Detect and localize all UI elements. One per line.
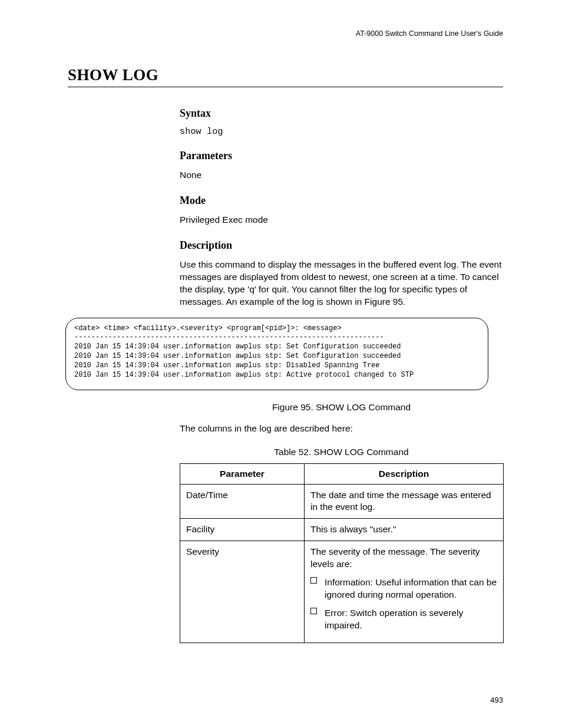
cell-param: Facility	[180, 519, 305, 541]
severity-bullet-text: Error: Switch operation is severely impa…	[325, 608, 463, 630]
mode-body: Privileged Exec mode	[180, 214, 503, 226]
table-header-parameter: Parameter	[180, 463, 305, 484]
parameters-body: None	[180, 169, 503, 182]
cell-desc: This is always "user."	[305, 519, 504, 541]
code-example: <date> <time> <facility>.<severity> <pro…	[74, 324, 480, 380]
page-number: 493	[490, 696, 503, 704]
cell-desc: The severity of the message. The severit…	[305, 541, 504, 643]
section-head-description: Description	[180, 239, 503, 252]
columns-intro: The columns in the log are described her…	[180, 423, 503, 434]
severity-bullet-text: Information: Useful information that can…	[325, 577, 497, 599]
table-caption: Table 52. SHOW LOG Command	[180, 447, 503, 457]
cell-param: Severity	[180, 541, 305, 643]
section-head-syntax: Syntax	[180, 107, 503, 120]
section-head-mode: Mode	[180, 195, 503, 207]
cell-param: Date/Time	[180, 484, 305, 519]
table-row: Date/Time The date and time the message …	[180, 484, 504, 519]
running-header: AT-9000 Switch Command Line User's Guide	[68, 29, 503, 38]
section-head-parameters: Parameters	[180, 150, 503, 162]
table-row: Facility This is always "user."	[180, 519, 504, 541]
cell-desc: The date and time the message was entere…	[305, 484, 504, 519]
parameter-table: Parameter Description Date/Time The date…	[180, 463, 504, 643]
page-title: SHOW LOG	[68, 66, 503, 87]
severity-bullet: Error: Switch operation is severely impa…	[310, 607, 497, 632]
square-bullet-icon	[310, 608, 317, 614]
syntax-command: show log	[180, 127, 503, 137]
square-bullet-icon	[310, 577, 317, 584]
figure-caption: Figure 95. SHOW LOG Command	[180, 402, 503, 413]
description-body: Use this command to display the messages…	[180, 259, 503, 308]
severity-intro: The severity of the message. The severit…	[310, 546, 480, 569]
table-row: Severity The severity of the message. Th…	[180, 541, 504, 643]
table-header-description: Description	[305, 463, 504, 484]
code-example-frame: <date> <time> <facility>.<severity> <pro…	[65, 318, 488, 390]
severity-bullet: Information: Useful information that can…	[310, 577, 497, 601]
